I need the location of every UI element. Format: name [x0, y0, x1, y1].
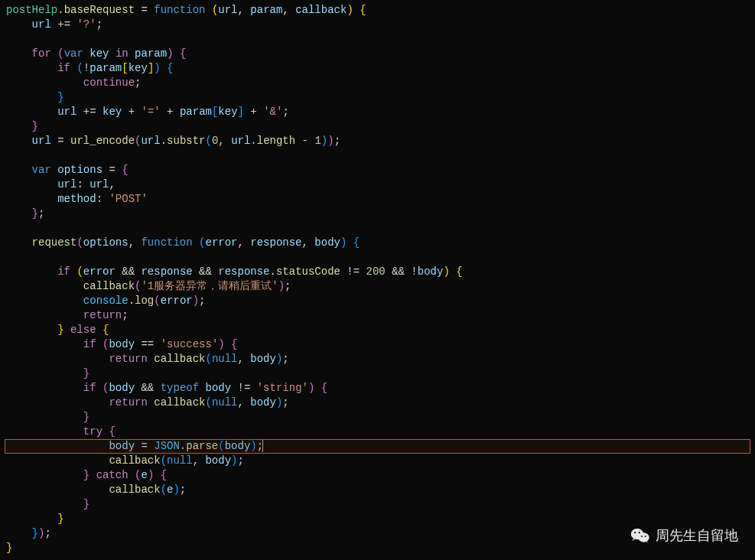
code-line[interactable]: for (var key in param) {: [6, 47, 755, 61]
code-token: ,: [237, 353, 250, 365]
code-token: ;: [180, 483, 186, 496]
code-token: (: [154, 295, 160, 307]
code-token: [6, 367, 83, 379]
code-token: [148, 396, 154, 409]
code-token: +: [244, 106, 263, 118]
code-line[interactable]: url = url_encode(url.substr(0, url.lengt…: [6, 134, 755, 148]
code-line[interactable]: }: [6, 90, 755, 105]
code-line[interactable]: continue;: [6, 76, 755, 90]
code-editor[interactable]: postHelp.baseRequest = function (url, pa…: [0, 0, 755, 555]
code-token: error: [205, 236, 237, 249]
code-token: in: [116, 47, 129, 60]
code-token: url: [218, 4, 237, 16]
code-token: typeof: [161, 382, 199, 394]
code-line[interactable]: }: [6, 410, 755, 425]
code-token: (: [57, 47, 63, 60]
code-line[interactable]: }: [6, 512, 755, 526]
code-token: body: [418, 265, 444, 278]
code-line[interactable]: body = JSON.parse(body);: [6, 439, 755, 454]
code-token: body: [109, 338, 135, 350]
code-token: '=': [141, 106, 160, 118]
code-token: {: [353, 236, 360, 249]
code-line[interactable]: if (body == 'success') {: [6, 337, 755, 352]
code-token: null: [167, 454, 193, 467]
code-token: param: [89, 62, 122, 74]
code-token: [205, 4, 211, 16]
code-token: function: [141, 236, 192, 249]
code-token: [450, 265, 456, 278]
code-line[interactable]: return callback(null, body);: [6, 396, 755, 410]
code-token: [: [122, 62, 128, 74]
code-line[interactable]: var options = {: [6, 163, 755, 177]
code-line[interactable]: callback(e);: [6, 483, 755, 497]
code-token: ,: [238, 4, 251, 16]
code-line[interactable]: [6, 221, 755, 236]
code-line[interactable]: callback(null, body);: [6, 454, 755, 468]
code-line[interactable]: } catch (e) {: [6, 468, 755, 483]
code-token: ): [347, 4, 353, 16]
code-token: +=: [51, 18, 77, 31]
code-token: length: [257, 135, 295, 147]
code-token: body: [314, 236, 340, 249]
code-line[interactable]: } else {: [6, 323, 755, 337]
code-line[interactable]: url += '?';: [6, 18, 755, 32]
code-line[interactable]: method: 'POST': [6, 192, 755, 207]
code-token: url: [57, 106, 76, 118]
code-line[interactable]: }: [6, 366, 755, 381]
code-line[interactable]: }: [6, 119, 755, 134]
code-line[interactable]: url += key + '=' + param[key] + '&';: [6, 105, 755, 119]
code-token: ;: [44, 527, 50, 539]
code-line[interactable]: url: url,: [6, 177, 755, 192]
code-token: '&': [263, 106, 282, 118]
code-line[interactable]: try {: [6, 425, 755, 439]
code-token: [129, 47, 135, 60]
code-token: }: [83, 411, 89, 423]
code-token: key: [129, 62, 148, 74]
code-line[interactable]: request(options, function (error, respon…: [6, 236, 755, 250]
code-token: options: [83, 236, 129, 249]
code-token: url: [32, 18, 51, 31]
code-token: url: [89, 178, 109, 190]
code-line[interactable]: if (error && response && response.status…: [6, 265, 755, 279]
code-line[interactable]: console.log(error);: [6, 294, 755, 308]
code-token: }: [83, 498, 89, 510]
code-line[interactable]: postHelp.baseRequest = function (url, pa…: [6, 3, 755, 18]
code-token: 'success': [161, 338, 219, 350]
code-token: if: [83, 382, 96, 394]
code-token: =: [135, 440, 154, 452]
code-token: [6, 193, 57, 205]
code-line[interactable]: [6, 250, 755, 265]
code-token: .: [129, 295, 135, 307]
code-line[interactable]: [6, 32, 755, 47]
code-token: +=: [76, 106, 103, 118]
code-token: [6, 164, 32, 176]
code-token: [6, 62, 57, 74]
code-token: =: [103, 164, 122, 176]
code-token: if: [57, 265, 70, 278]
code-line[interactable]: };: [6, 207, 755, 221]
code-token: ): [167, 47, 173, 60]
code-token: url: [231, 135, 250, 147]
code-line[interactable]: return callback(null, body);: [6, 352, 755, 366]
code-token: callback: [83, 280, 135, 292]
code-token: }: [6, 542, 12, 554]
code-line[interactable]: if (!param[key]) {: [6, 61, 755, 76]
code-token: [51, 47, 57, 60]
code-token: [6, 178, 57, 190]
code-token: {: [360, 4, 366, 16]
code-line[interactable]: callback('1服务器异常，请稍后重试');: [6, 279, 755, 294]
code-line[interactable]: return;: [6, 308, 755, 323]
code-token: url: [57, 178, 76, 190]
code-token: param: [250, 4, 282, 16]
code-line[interactable]: [6, 148, 755, 163]
code-line[interactable]: }: [6, 497, 755, 512]
code-token: :: [96, 193, 109, 205]
code-token: null: [212, 353, 238, 365]
svg-point-5: [639, 533, 649, 542]
code-token: [314, 382, 321, 394]
code-token: param: [180, 106, 212, 118]
code-token: log: [135, 295, 154, 307]
code-token: if: [83, 338, 96, 350]
code-line[interactable]: if (body && typeof body != 'string') {: [6, 381, 755, 396]
code-token: url_encode: [70, 135, 135, 147]
